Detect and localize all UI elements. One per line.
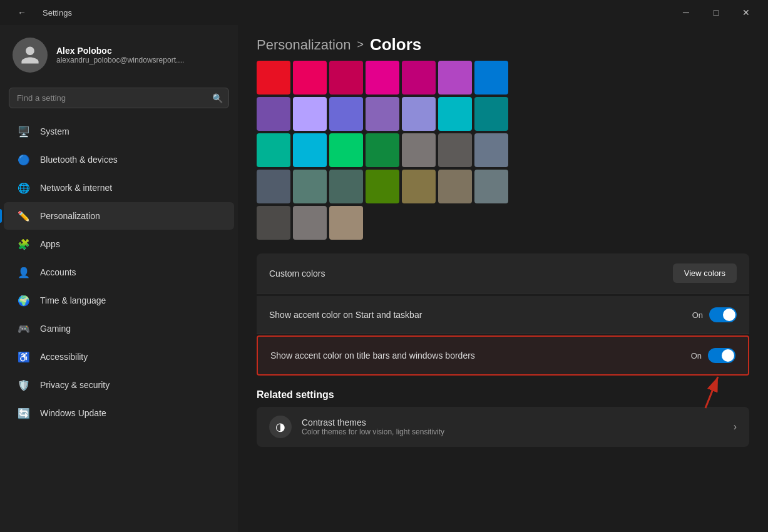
svg-line-1 xyxy=(705,377,718,408)
color-swatch[interactable] xyxy=(257,61,290,95)
color-swatch[interactable] xyxy=(366,133,399,167)
contrast-themes-subtitle: Color themes for low vision, light sensi… xyxy=(302,427,724,436)
sidebar-item-time[interactable]: 🌍 Time & language xyxy=(4,287,234,314)
sidebar-item-accessibility[interactable]: ♿ Accessibility xyxy=(4,343,234,371)
title-bars-accent-label: Show accent color on title bars and wind… xyxy=(270,350,475,361)
sidebar-item-label-bluetooth: Bluetooth & devices xyxy=(40,155,118,165)
accounts-icon: 👤 xyxy=(16,265,31,280)
search-box-wrapper: 🔍 xyxy=(9,88,229,108)
sidebar: Alex Poloboc alexandru_poloboc@windowsre… xyxy=(0,25,238,532)
bluetooth-icon: 🔵 xyxy=(16,152,31,167)
color-swatch[interactable] xyxy=(438,170,472,203)
color-swatch[interactable] xyxy=(257,170,290,203)
taskbar-accent-toggle[interactable] xyxy=(709,307,737,322)
color-grid xyxy=(257,61,749,240)
breadcrumb-separator: > xyxy=(357,38,364,51)
accessibility-icon: ♿ xyxy=(16,349,31,364)
title-bars-accent-toggle[interactable] xyxy=(708,348,735,363)
color-row xyxy=(257,133,749,167)
contrast-themes-title: Contrast themes xyxy=(302,417,724,427)
sidebar-item-bluetooth[interactable]: 🔵 Bluetooth & devices xyxy=(4,146,234,173)
color-swatch[interactable] xyxy=(257,206,290,240)
contrast-themes-text: Contrast themes Color themes for low vis… xyxy=(302,417,724,436)
sidebar-item-label-gaming: Gaming xyxy=(40,324,71,334)
contrast-themes-icon: ◑ xyxy=(269,416,292,438)
taskbar-toggle-state: On xyxy=(692,310,703,320)
sidebar-item-label-network: Network & internet xyxy=(40,183,112,193)
color-swatch[interactable] xyxy=(474,133,508,167)
color-swatch[interactable] xyxy=(329,170,363,203)
privacy-icon: 🛡️ xyxy=(16,377,31,392)
color-swatch[interactable] xyxy=(293,133,327,167)
avatar xyxy=(13,38,48,73)
view-colors-button[interactable]: View colors xyxy=(673,263,737,283)
time-icon: 🌍 xyxy=(16,293,31,308)
color-row xyxy=(257,206,749,240)
sidebar-item-label-update: Windows Update xyxy=(40,408,106,418)
minimize-button[interactable]: ─ xyxy=(672,3,700,23)
breadcrumb-parent[interactable]: Personalization xyxy=(257,37,351,53)
color-row xyxy=(257,61,749,95)
color-swatch[interactable] xyxy=(474,61,508,95)
update-icon: 🔄 xyxy=(16,406,31,421)
color-swatch[interactable] xyxy=(402,61,436,95)
sidebar-item-system[interactable]: 🖥️ System xyxy=(4,118,234,145)
sidebar-item-privacy[interactable]: 🛡️ Privacy & security xyxy=(4,371,234,399)
taskbar-accent-right: On xyxy=(692,307,737,322)
color-swatch[interactable] xyxy=(402,133,436,167)
taskbar-accent-label: Show accent color on Start and taskbar xyxy=(269,310,422,320)
color-row xyxy=(257,170,749,203)
user-section: Alex Poloboc alexandru_poloboc@windowsre… xyxy=(0,25,238,85)
search-icon: 🔍 xyxy=(212,93,223,103)
color-swatch[interactable] xyxy=(293,170,327,203)
color-swatch[interactable] xyxy=(293,97,327,131)
sidebar-item-label-accessibility: Accessibility xyxy=(40,352,88,362)
custom-colors-row: Custom colors View colors xyxy=(257,253,749,294)
network-icon: 🌐 xyxy=(16,180,31,195)
user-name: Alex Poloboc xyxy=(56,46,184,56)
color-swatch[interactable] xyxy=(402,97,436,131)
color-swatch[interactable] xyxy=(329,133,363,167)
color-swatch[interactable] xyxy=(329,206,363,240)
chevron-right-icon: › xyxy=(734,421,737,432)
custom-colors-label: Custom colors xyxy=(269,269,325,279)
color-swatch[interactable] xyxy=(474,170,508,203)
annotation-arrow xyxy=(668,364,743,414)
color-swatch[interactable] xyxy=(366,170,399,203)
main-content: Personalization > Colors Custom colors V… xyxy=(238,25,768,532)
sidebar-item-label-personalization: Personalization xyxy=(40,211,100,221)
color-swatch[interactable] xyxy=(257,97,290,131)
sidebar-item-windows-update[interactable]: 🔄 Windows Update xyxy=(4,399,234,427)
breadcrumb: Personalization > Colors xyxy=(238,25,768,61)
color-swatch[interactable] xyxy=(402,170,436,203)
sidebar-item-personalization[interactable]: ✏️ Personalization xyxy=(4,202,234,230)
color-swatch[interactable] xyxy=(366,97,399,131)
apps-icon: 🧩 xyxy=(16,237,31,252)
color-row xyxy=(257,97,749,131)
color-swatch[interactable] xyxy=(257,133,290,167)
titlebar-left: ← Settings xyxy=(8,3,72,23)
sidebar-item-gaming[interactable]: 🎮 Gaming xyxy=(4,315,234,342)
sidebar-item-label-system: System xyxy=(40,126,69,136)
color-swatch[interactable] xyxy=(293,206,327,240)
color-swatch[interactable] xyxy=(366,61,399,95)
color-swatch[interactable] xyxy=(329,61,363,95)
close-button[interactable]: ✕ xyxy=(732,3,760,23)
color-swatch[interactable] xyxy=(329,97,363,131)
color-swatch[interactable] xyxy=(293,61,327,95)
sidebar-item-accounts[interactable]: 👤 Accounts xyxy=(4,258,234,286)
sidebar-item-network[interactable]: 🌐 Network & internet xyxy=(4,174,234,202)
titlebar-controls: ─ □ ✕ xyxy=(672,3,760,23)
color-swatch[interactable] xyxy=(438,97,472,131)
nav-list: 🖥️ System 🔵 Bluetooth & devices 🌐 Networ… xyxy=(0,115,238,430)
maximize-button[interactable]: □ xyxy=(702,3,730,23)
back-button[interactable]: ← xyxy=(8,3,36,23)
titlebar-title: Settings xyxy=(43,8,72,18)
search-input[interactable] xyxy=(9,88,229,108)
color-swatch[interactable] xyxy=(438,133,472,167)
color-swatch[interactable] xyxy=(438,61,472,95)
sidebar-item-apps[interactable]: 🧩 Apps xyxy=(4,230,234,258)
user-avatar-icon xyxy=(19,44,41,66)
color-swatch[interactable] xyxy=(474,97,508,131)
title-bars-accent-right: On xyxy=(691,348,735,363)
